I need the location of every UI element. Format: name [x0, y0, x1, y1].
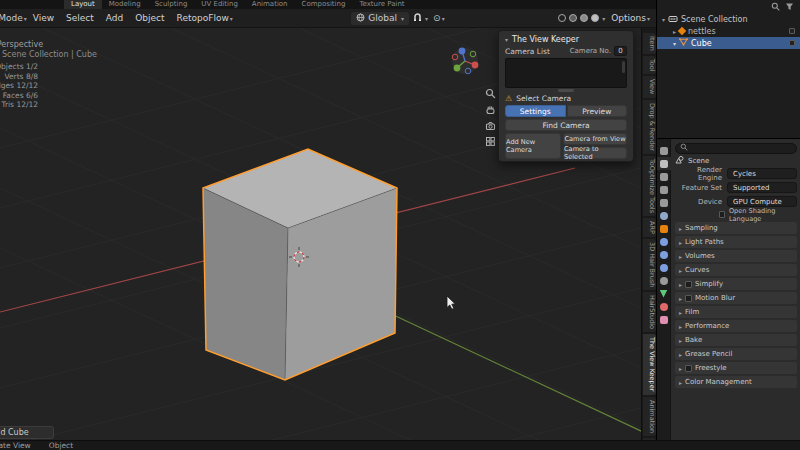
chevron-down-icon[interactable]: ▾	[602, 15, 605, 22]
device-dropdown[interactable]: GPU Compute	[727, 196, 797, 207]
tab-object-icon[interactable]	[657, 222, 671, 235]
section-simplify[interactable]: ▸Simplify	[675, 278, 797, 290]
scrollbar[interactable]	[622, 61, 625, 73]
render-engine-dropdown[interactable]: Cycles	[727, 168, 797, 179]
orientation-dropdown[interactable]: Global ▾	[351, 12, 409, 25]
camera-from-view-button[interactable]: Camera from View	[563, 133, 627, 145]
search-icon[interactable]	[771, 2, 780, 13]
sidebar-tab-tooptimize[interactable]: ToOptimize Tools	[643, 156, 656, 216]
tab-constraints-icon[interactable]	[657, 274, 671, 287]
tab-scene-icon[interactable]	[657, 196, 671, 209]
3d-viewport[interactable]: User Perspective Scene Collection | Cube…	[0, 28, 641, 440]
osl-checkbox[interactable]	[719, 211, 725, 218]
workspace-tab[interactable]: Layout	[64, 0, 102, 9]
tab-world-icon[interactable]	[657, 209, 671, 222]
mode-selector[interactable]: Object Mode▾	[0, 13, 27, 23]
tab-object-data-icon[interactable]	[657, 287, 671, 300]
solid-shading-icon[interactable]	[569, 14, 577, 22]
sidebar-tab-view-keeper[interactable]: The View Keeper	[643, 334, 656, 394]
section-freestyle[interactable]: ▸Freestyle	[675, 362, 797, 374]
section-volumes[interactable]: ▸Volumes	[675, 250, 797, 262]
visibility-checkbox[interactable]	[789, 28, 795, 34]
camera-view-icon[interactable]	[483, 118, 498, 133]
cube-object[interactable]	[203, 149, 397, 380]
find-camera-button[interactable]: Find Camera	[505, 119, 627, 131]
outliner-row-cube[interactable]: ▾ Cube	[657, 37, 800, 49]
workspace-tab[interactable]: Sculpting	[148, 0, 195, 9]
sidebar-tab-arp[interactable]: ARP	[643, 218, 656, 237]
visibility-checkbox[interactable]	[789, 40, 795, 46]
section-performance[interactable]: ▸Performance	[675, 320, 797, 332]
zoom-tool-icon[interactable]	[483, 86, 498, 101]
freestyle-checkbox[interactable]	[685, 365, 692, 372]
search-input[interactable]	[675, 143, 797, 154]
move-view-hand-icon[interactable]	[483, 102, 498, 117]
section-grease-pencil[interactable]: ▸Grease Pencil	[675, 348, 797, 360]
proportional-editing-icon[interactable]: ⊙	[433, 13, 441, 23]
camera-list-box[interactable]	[505, 58, 627, 88]
tab-physics-icon[interactable]	[657, 261, 671, 274]
workspace-tab[interactable]: Texture Paint	[352, 0, 411, 9]
section-film[interactable]: ▸Film	[675, 306, 797, 318]
motion-blur-checkbox[interactable]	[685, 295, 692, 302]
tab-texture-icon[interactable]	[657, 313, 671, 326]
list-resize-grip[interactable]	[558, 89, 574, 92]
tab-material-icon[interactable]	[657, 300, 671, 313]
sidebar-tab-view[interactable]: View	[643, 76, 656, 97]
section-bake[interactable]: ▸Bake	[675, 334, 797, 346]
tab-view-layer-icon[interactable]	[657, 183, 671, 196]
section-sampling[interactable]: ▸Sampling	[675, 222, 797, 234]
select-camera-row[interactable]: ⚠ Select Camera	[505, 94, 627, 103]
tab-tool-icon[interactable]	[657, 144, 671, 157]
expand-arrow-icon[interactable]: ▾	[662, 16, 665, 23]
camera-to-selected-button[interactable]: Camera to Selected	[563, 147, 627, 159]
sidebar-tab-hairstudio[interactable]: HairStudio	[643, 292, 656, 332]
wireframe-shading-icon[interactable]	[558, 14, 566, 22]
workspace-tab[interactable]: UV Editing	[194, 0, 245, 9]
section-motion-blur[interactable]: ▸Motion Blur	[675, 292, 797, 304]
menu-view[interactable]: View	[27, 13, 60, 23]
expand-arrow-icon[interactable]: ▸	[673, 28, 676, 35]
add-new-camera-button[interactable]: Add New Camera	[505, 133, 561, 159]
filter-funnel-icon[interactable]	[785, 2, 794, 13]
section-light-paths[interactable]: ▸Light Paths	[675, 236, 797, 248]
panel-header[interactable]: ▾ The View Keeper	[505, 35, 627, 44]
rendered-shading-icon[interactable]	[591, 14, 599, 22]
sidebar-tab-drop-render[interactable]: Drop & Render	[643, 100, 656, 154]
tab-render-icon[interactable]	[657, 157, 671, 170]
workspace-tab[interactable]: Animation	[245, 0, 295, 9]
workspace-tab[interactable]: Modeling	[102, 0, 148, 9]
menu-object[interactable]: Object	[129, 13, 170, 23]
sidebar-tab-3d-hair-brush[interactable]: 3D Hair Brush	[643, 239, 656, 290]
workspace-tab[interactable]: Compositing	[295, 0, 353, 9]
chevron-down-icon[interactable]: ▾	[425, 15, 428, 22]
tab-particles-icon[interactable]	[657, 248, 671, 261]
sidebar-tab-animation[interactable]: Animation	[643, 397, 656, 436]
section-color-management[interactable]: ▸Color Management	[675, 376, 797, 388]
tab-settings[interactable]: Settings	[505, 105, 566, 117]
simplify-checkbox[interactable]	[685, 281, 692, 288]
view-keeper-panel[interactable]: ▾ The View Keeper Camera List Camera No.…	[498, 30, 634, 162]
camera-no-value[interactable]: 0	[614, 46, 627, 56]
menu-select[interactable]: Select	[60, 13, 100, 23]
ortho-toggle-grid-icon[interactable]	[483, 134, 498, 149]
tab-modifiers-icon[interactable]	[657, 235, 671, 248]
sidebar-tab-tool[interactable]: Tool	[643, 56, 656, 75]
feature-set-dropdown[interactable]: Supported	[727, 182, 797, 193]
breadcrumb-label[interactable]: Scene	[688, 157, 709, 165]
menu-add[interactable]: Add	[100, 13, 129, 23]
material-shading-icon[interactable]	[580, 14, 588, 22]
menu-retopoflow[interactable]: RetopoFlow▾	[171, 13, 239, 23]
options-button[interactable]: Options	[611, 13, 646, 23]
snap-magnet-icon[interactable]	[413, 12, 422, 24]
operator-panel[interactable]: Add Cube	[0, 426, 54, 439]
tab-output-icon[interactable]	[657, 170, 671, 183]
chevron-down-icon[interactable]: ▾	[442, 15, 445, 22]
tab-preview[interactable]: Preview	[567, 105, 628, 117]
outliner-row-scene-collection[interactable]: ▾ Scene Collection	[657, 13, 800, 25]
collapse-arrow-icon[interactable]: ▾	[505, 36, 508, 43]
outliner-row-nettles[interactable]: ▸ nettles	[657, 25, 800, 37]
sidebar-tab-item[interactable]: Item	[643, 33, 656, 54]
expand-arrow-icon[interactable]: ▾	[673, 40, 676, 47]
section-curves[interactable]: ▸Curves	[675, 264, 797, 276]
